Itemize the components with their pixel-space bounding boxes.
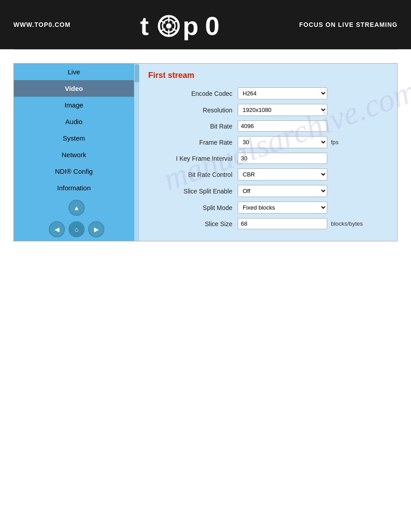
tagline: FOCUS ON LIVE STREAMING <box>299 21 398 28</box>
website-url: WWW.TOP0.COM <box>13 21 71 28</box>
slice-split-enable-control: Off On <box>238 185 327 197</box>
bit-rate-control-select[interactable]: CBR VBR <box>238 168 327 180</box>
resolution-row: Resolution 1920x1080 1280x720 640x480 <box>148 104 388 116</box>
nav-buttons-row: ◀ ⌂ ▶ <box>14 218 139 239</box>
frame-rate-row: Frame Rate 30 25 15 fps <box>148 136 388 148</box>
split-mode-control: Fixed blocks Fixed bytes <box>238 202 327 214</box>
logo: t p 0 <box>140 9 230 40</box>
sidebar-item-image[interactable]: Image <box>14 97 134 113</box>
bit-rate-control-row: Bit Rate Control CBR VBR <box>148 168 388 180</box>
nav-up-button[interactable]: ▲ <box>68 200 85 216</box>
panel-container: Live Video Image Audio System Network ND… <box>13 63 398 241</box>
slice-split-enable-row: Slice Split Enable Off On <box>148 185 388 197</box>
sidebar-item-live[interactable]: Live <box>14 64 134 80</box>
sidebar-item-ndi-config[interactable]: NDI® Config <box>14 163 134 180</box>
resolution-control: 1920x1080 1280x720 640x480 <box>238 104 327 116</box>
encode-codec-label: Encode Codec <box>148 90 238 97</box>
main-content: manualsarchive.com Live Video Image Audi… <box>0 50 411 250</box>
resolution-label: Resolution <box>148 107 238 114</box>
i-key-frame-control <box>238 153 327 164</box>
bit-rate-control <box>238 120 327 132</box>
bit-rate-label: Bit Rate <box>148 123 238 130</box>
nav-right-button[interactable]: ▶ <box>88 221 104 237</box>
encode-codec-select[interactable]: H264 H265 MJPEG <box>238 87 327 99</box>
split-mode-row: Split Mode Fixed blocks Fixed bytes <box>148 202 388 214</box>
bit-rate-row: Bit Rate <box>148 120 388 132</box>
slice-split-enable-select[interactable]: Off On <box>238 185 327 197</box>
svg-text:0: 0 <box>205 11 219 40</box>
sidebar-item-video[interactable]: Video <box>14 80 134 97</box>
slice-size-label: Slice Size <box>148 220 238 227</box>
encode-codec-row: Encode Codec H264 H265 MJPEG <box>148 87 388 99</box>
frame-rate-label: Frame Rate <box>148 139 238 146</box>
sidebar: Live Video Image Audio System Network ND… <box>14 64 139 241</box>
split-mode-select[interactable]: Fixed blocks Fixed bytes <box>238 202 327 214</box>
sidebar-item-information[interactable]: Information <box>14 180 134 196</box>
bit-rate-control-select-wrapper: CBR VBR <box>238 168 327 180</box>
panel-title: First stream <box>148 71 388 80</box>
sidebar-item-system[interactable]: System <box>14 130 134 146</box>
svg-text:t: t <box>140 11 149 40</box>
frame-rate-select[interactable]: 30 25 15 <box>238 136 327 148</box>
i-key-frame-input[interactable] <box>238 153 327 164</box>
slice-split-enable-label: Slice Split Enable <box>148 188 238 195</box>
sidebar-item-audio[interactable]: Audio <box>14 113 134 130</box>
frame-rate-suffix: fps <box>331 139 338 146</box>
nav-left-button[interactable]: ◀ <box>49 221 65 237</box>
sidebar-nav: Live Video Image Audio System Network ND… <box>14 64 134 196</box>
bit-rate-input[interactable] <box>238 120 327 132</box>
resolution-select[interactable]: 1920x1080 1280x720 640x480 <box>238 104 327 116</box>
scroll-indicator[interactable] <box>134 64 139 241</box>
slice-size-input[interactable] <box>238 218 327 229</box>
encode-codec-control: H264 H265 MJPEG <box>238 87 327 99</box>
slice-size-suffix: blocks/bytes <box>331 220 363 227</box>
slice-size-row: Slice Size blocks/bytes <box>148 218 388 229</box>
split-mode-label: Split Mode <box>148 204 238 211</box>
svg-text:p: p <box>183 11 198 40</box>
settings-panel: First stream Encode Codec H264 H265 MJPE… <box>139 64 397 241</box>
frame-rate-control: 30 25 15 <box>238 136 327 148</box>
sidebar-item-network[interactable]: Network <box>14 146 134 163</box>
bit-rate-control-label: Bit Rate Control <box>148 171 238 178</box>
scroll-thumb <box>135 64 139 82</box>
logo-svg: t p 0 <box>140 9 230 40</box>
page-header: WWW.TOP0.COM t p 0 FOCUS ON <box>0 0 411 49</box>
nav-home-button[interactable]: ⌂ <box>68 221 85 237</box>
i-key-frame-row: I Key Frame Interval <box>148 153 388 164</box>
svg-point-9 <box>166 23 171 29</box>
nav-buttons: ▲ <box>14 196 139 218</box>
i-key-frame-label: I Key Frame Interval <box>148 155 238 162</box>
slice-size-control <box>238 218 327 229</box>
